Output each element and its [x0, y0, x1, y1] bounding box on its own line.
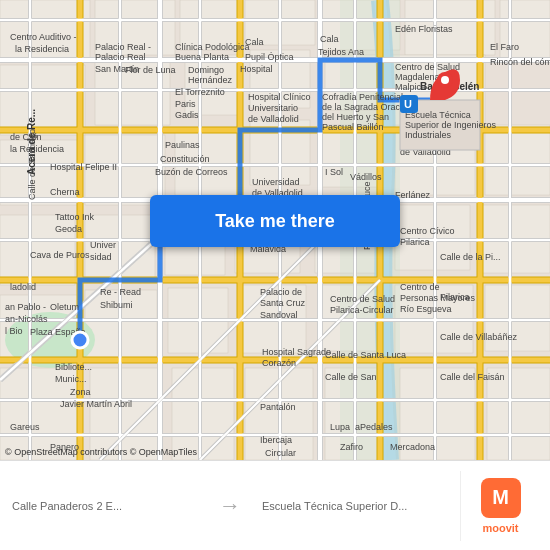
svg-text:ladolid: ladolid: [10, 282, 36, 292]
svg-text:Edén Floristas: Edén Floristas: [395, 24, 453, 34]
svg-text:Domingo: Domingo: [188, 65, 224, 75]
svg-text:Palacio Real: Palacio Real: [95, 52, 146, 62]
svg-text:Shibumi: Shibumi: [100, 300, 133, 310]
svg-text:Palacio Real -: Palacio Real -: [95, 42, 151, 52]
svg-text:Pilarica: Pilarica: [400, 237, 430, 247]
svg-text:Santa Cruz: Santa Cruz: [260, 298, 306, 308]
origin-label: Calle Panaderos 2 E...: [12, 500, 198, 512]
svg-text:I Sol: I Sol: [325, 167, 343, 177]
svg-text:Hospital Felipe II: Hospital Felipe II: [50, 162, 117, 172]
svg-text:Rincón del cóm...: Rincón del cóm...: [490, 57, 550, 67]
svg-text:Universitario: Universitario: [248, 103, 298, 113]
svg-text:Cofradía Penitencial: Cofradía Penitencial: [322, 92, 403, 102]
svg-text:Lupa: Lupa: [330, 422, 350, 432]
svg-text:Tejidos Ana: Tejidos Ana: [318, 47, 364, 57]
svg-text:U: U: [404, 98, 412, 110]
svg-text:Mercadona: Mercadona: [390, 442, 435, 452]
svg-text:Calle de Santiago: Calle de Santiago: [27, 129, 37, 200]
svg-point-202: [72, 332, 88, 348]
svg-text:Tattoo Ink: Tattoo Ink: [55, 212, 95, 222]
svg-text:Sandoval: Sandoval: [260, 310, 298, 320]
destination-label: Escuela Técnica Superior D...: [262, 500, 448, 512]
svg-text:Palacio de: Palacio de: [260, 287, 302, 297]
svg-text:Zona: Zona: [70, 387, 91, 397]
svg-text:Calle de Santa Luca: Calle de Santa Luca: [325, 350, 406, 360]
svg-text:Hospital Sagrado: Hospital Sagrado: [262, 347, 331, 357]
svg-text:Paris: Paris: [175, 99, 196, 109]
svg-text:Gareus: Gareus: [10, 422, 40, 432]
svg-text:Hospital Clínico: Hospital Clínico: [248, 92, 311, 102]
svg-text:sidad: sidad: [90, 252, 112, 262]
svg-text:de Valladolid: de Valladolid: [248, 114, 299, 124]
svg-text:Personas Mayores: Personas Mayores: [400, 293, 476, 303]
footer: Calle Panaderos 2 E... → Escuela Técnica…: [0, 460, 550, 550]
svg-text:Calle de la Pi...: Calle de la Pi...: [440, 252, 501, 262]
take-me-there-button[interactable]: Take me there: [150, 195, 400, 247]
svg-text:El Faro: El Faro: [490, 42, 519, 52]
svg-text:Hernández: Hernández: [188, 75, 233, 85]
svg-text:l Bio: l Bio: [5, 326, 23, 336]
svg-text:Calle del Faisán: Calle del Faisán: [440, 372, 505, 382]
svg-text:aPedales: aPedales: [355, 422, 393, 432]
svg-text:Pascual Baillón: Pascual Baillón: [322, 122, 384, 132]
svg-text:Munic...: Munic...: [55, 374, 87, 384]
svg-text:Circular: Circular: [265, 448, 296, 458]
map-container: Acera de Re... ladolid an Pablo - an-Nic…: [0, 0, 550, 460]
svg-text:Ibercaja: Ibercaja: [260, 435, 292, 445]
svg-text:Oletum: Oletum: [50, 302, 79, 312]
svg-text:Magdalena: Magdalena: [395, 72, 440, 82]
svg-text:Pilarica-Circular: Pilarica-Circular: [330, 305, 394, 315]
svg-text:Buena Planta: Buena Planta: [175, 52, 229, 62]
svg-text:an-Nicolás: an-Nicolás: [5, 314, 48, 324]
svg-text:Clínica Podológica: Clínica Podológica: [175, 42, 250, 52]
svg-text:Calle de Villabáñez: Calle de Villabáñez: [440, 332, 517, 342]
svg-text:Hospital: Hospital: [240, 64, 273, 74]
svg-text:de la Sagrada Oración: de la Sagrada Oración: [322, 102, 412, 112]
moovit-logo: M moovit: [460, 471, 550, 541]
moovit-icon: M: [481, 478, 521, 518]
svg-text:Corazón: Corazón: [262, 358, 296, 368]
svg-text:© OpenStreetMap contributors ©: © OpenStreetMap contributors © OpenMapTi…: [5, 447, 198, 457]
svg-text:Industriales: Industriales: [405, 130, 452, 140]
svg-text:Vádillos: Vádillos: [350, 172, 382, 182]
moovit-text: moovit: [482, 522, 518, 534]
svg-text:Río Esgueva: Río Esgueva: [400, 304, 452, 314]
svg-text:Constitución: Constitución: [160, 154, 210, 164]
svg-text:Buzón de Correos: Buzón de Correos: [155, 167, 228, 177]
svg-text:Centro de: Centro de: [400, 282, 440, 292]
svg-text:an Pablo -: an Pablo -: [5, 302, 46, 312]
svg-text:Javier Martín Abril: Javier Martín Abril: [60, 399, 132, 409]
svg-text:Cherna: Cherna: [50, 187, 80, 197]
svg-text:Ferlánez: Ferlánez: [395, 190, 431, 200]
svg-text:Flor de Luna: Flor de Luna: [125, 65, 176, 75]
svg-text:Cala: Cala: [245, 37, 264, 47]
svg-text:Superior de Ingenieros: Superior de Ingenieros: [405, 120, 497, 130]
svg-point-204: [441, 76, 449, 84]
svg-text:la Residencia: la Residencia: [10, 144, 64, 154]
svg-text:Malpica: Malpica: [395, 82, 426, 92]
svg-text:Cava de Puros: Cava de Puros: [30, 250, 90, 260]
svg-text:Calle de San: Calle de San: [325, 372, 377, 382]
svg-text:El Torreznito: El Torreznito: [175, 87, 225, 97]
svg-text:Univer: Univer: [90, 240, 116, 250]
svg-text:Centro Auditivo -: Centro Auditivo -: [10, 32, 77, 42]
svg-text:Bibliote...: Bibliote...: [55, 362, 92, 372]
footer-arrow: →: [210, 493, 250, 519]
svg-rect-20: [485, 125, 550, 195]
footer-destination: Escuela Técnica Superior D...: [250, 490, 460, 522]
svg-text:Geoda: Geoda: [55, 224, 82, 234]
svg-text:Centro Cívico: Centro Cívico: [400, 226, 455, 236]
footer-origin: Calle Panaderos 2 E...: [0, 490, 210, 522]
svg-text:Cala: Cala: [320, 34, 339, 44]
svg-text:Pupil Óptica: Pupil Óptica: [245, 52, 294, 62]
svg-text:del Huerto y San: del Huerto y San: [322, 112, 389, 122]
svg-text:Re - Read: Re - Read: [100, 287, 141, 297]
svg-text:Pantalón: Pantalón: [260, 402, 296, 412]
svg-text:Gadis: Gadis: [175, 110, 199, 120]
svg-text:Zafiro: Zafiro: [340, 442, 363, 452]
svg-text:Universidad: Universidad: [252, 177, 300, 187]
svg-text:la Residencia: la Residencia: [15, 44, 69, 54]
svg-text:Paulinas: Paulinas: [165, 140, 200, 150]
svg-rect-8: [0, 65, 85, 135]
svg-text:Centro de Salud: Centro de Salud: [330, 294, 395, 304]
